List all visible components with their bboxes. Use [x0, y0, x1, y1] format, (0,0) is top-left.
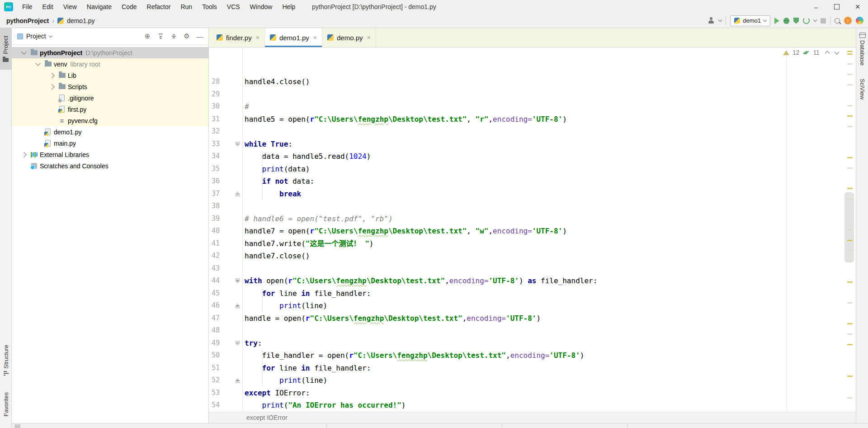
- menu-tools[interactable]: Tools: [197, 0, 222, 14]
- code-line-39[interactable]: # handle6 = open("test.pdf", "rb"): [245, 213, 597, 225]
- editor-area[interactable]: finder.py×demo1.py×demo.py× 282930313233…: [209, 28, 856, 423]
- code-line-51[interactable]: for line in file_handler:: [245, 362, 597, 375]
- menu-refactor[interactable]: Refactor: [142, 0, 176, 14]
- tree-expand-icon[interactable]: [19, 153, 29, 157]
- tool-stripe-project[interactable]: Project: [0, 28, 11, 70]
- code-line-42[interactable]: handle7.close(): [245, 250, 597, 262]
- code-line-33[interactable]: while True:: [245, 138, 597, 151]
- fold-start-icon[interactable]: [235, 142, 240, 147]
- tree-item-lib[interactable]: Lib: [12, 70, 208, 81]
- code-line-54[interactable]: print("An IOError has occurred!"): [245, 399, 597, 412]
- expand-all-icon[interactable]: [156, 33, 165, 39]
- code-line-47[interactable]: handle = open(r"C:\Users\fengzhp\Desktop…: [245, 312, 597, 325]
- code-line-34[interactable]: data = handle5.read(1024): [245, 150, 597, 163]
- user-account-icon[interactable]: [708, 17, 715, 24]
- code-line-31[interactable]: handle5 = open(r"C:\Users\fengzhp\Deskto…: [245, 113, 597, 126]
- code-line-53[interactable]: except IOError:: [245, 387, 597, 399]
- project-panel-title[interactable]: Project: [26, 33, 46, 40]
- breadcrumb-project[interactable]: pythonProject: [6, 17, 49, 24]
- tree-item-external-libraries[interactable]: External Libraries: [12, 149, 208, 160]
- tab-demo1.py[interactable]: demo1.py×: [265, 28, 322, 47]
- menu-view[interactable]: View: [58, 0, 82, 14]
- menu-run[interactable]: Run: [175, 0, 197, 14]
- update-available-icon[interactable]: ↑: [844, 17, 852, 24]
- code-line-43[interactable]: [245, 262, 597, 275]
- minimize-button[interactable]: –: [806, 0, 826, 14]
- chevron-down-icon[interactable]: [48, 33, 52, 37]
- code-line-37[interactable]: break: [245, 188, 597, 200]
- tree-item-first-py[interactable]: first.py: [12, 104, 208, 115]
- fold-end-icon[interactable]: [235, 303, 240, 309]
- debug-button[interactable]: [783, 18, 789, 24]
- code-line-35[interactable]: print(data): [245, 163, 597, 176]
- menu-code[interactable]: Code: [117, 0, 142, 14]
- close-tab-icon[interactable]: ×: [256, 34, 259, 41]
- code-line-45[interactable]: for line in file_handler:: [245, 287, 597, 300]
- profiler-button[interactable]: [803, 17, 810, 24]
- code-line-44[interactable]: with open(r"C:\Users\fengzhp\Desktop\tes…: [245, 275, 597, 287]
- maximize-button[interactable]: [826, 0, 847, 14]
- close-tab-icon[interactable]: ×: [313, 34, 317, 41]
- code-line-41[interactable]: handle7.write("这是一个测试！ "): [245, 238, 597, 250]
- tree-item-pythonproject[interactable]: pythonProjectD:\pythonProject: [12, 47, 208, 58]
- menu-edit[interactable]: Edit: [38, 0, 58, 14]
- tree-expand-icon[interactable]: [33, 63, 43, 65]
- hide-panel-icon[interactable]: ―: [195, 33, 205, 40]
- code-line-38[interactable]: [245, 200, 597, 213]
- code-line-29[interactable]: [245, 88, 597, 101]
- tree-item-demo1-py[interactable]: demo1.py: [12, 126, 208, 138]
- tab-finder.py[interactable]: finder.py×: [212, 28, 265, 47]
- run-with-coverage-button[interactable]: [793, 18, 799, 24]
- inspections-widget[interactable]: 12 ✔✔ 11: [783, 49, 839, 56]
- code-line-49[interactable]: try:: [245, 337, 597, 350]
- tree-item-pyvenv-cfg[interactable]: ≡pyvenv.cfg: [12, 115, 208, 126]
- chevron-down-icon[interactable]: [718, 18, 722, 22]
- tool-stripe-database[interactable]: Database: [856, 33, 868, 66]
- tree-item-venv[interactable]: venvlibrary root: [12, 58, 208, 70]
- tool-stripe-structure[interactable]: Structure: [0, 345, 12, 376]
- code-line-28[interactable]: handle4.close(): [245, 76, 597, 88]
- chevron-down-icon[interactable]: [813, 18, 817, 22]
- tab-demo.py[interactable]: demo.py×: [322, 28, 376, 47]
- tree-expand-icon[interactable]: [47, 85, 57, 89]
- code-line-30[interactable]: #: [245, 100, 597, 113]
- locate-file-icon[interactable]: ⊕: [142, 32, 152, 40]
- code-content[interactable]: handle4.close()#handle5 = open(r"C:\User…: [245, 76, 597, 428]
- prev-problem-icon[interactable]: [825, 51, 830, 56]
- code-line-46[interactable]: print(line): [245, 300, 597, 312]
- code-line-48[interactable]: [245, 324, 597, 337]
- breadcrumb-file[interactable]: demo1.py: [67, 17, 94, 24]
- menu-help[interactable]: Help: [277, 0, 300, 14]
- fold-end-icon[interactable]: [235, 378, 240, 383]
- fold-start-icon[interactable]: [235, 278, 240, 284]
- code-line-32[interactable]: [245, 125, 597, 138]
- close-button[interactable]: ×: [847, 0, 868, 14]
- tool-stripe-sciview[interactable]: SciView: [856, 79, 868, 100]
- code-line-36[interactable]: if not data:: [245, 175, 597, 188]
- tree-item--gitignore[interactable]: .gitignore: [12, 92, 208, 104]
- close-tab-icon[interactable]: ×: [367, 34, 371, 41]
- code-with-me-icon[interactable]: [856, 17, 863, 24]
- collapse-all-icon[interactable]: [169, 33, 179, 39]
- menu-vcs[interactable]: VCS: [222, 0, 245, 14]
- tree-item-scripts[interactable]: Scripts: [12, 81, 208, 92]
- fold-start-icon[interactable]: [235, 341, 240, 346]
- menu-file[interactable]: File: [17, 0, 38, 14]
- code-line-52[interactable]: print(line): [245, 374, 597, 387]
- fold-end-icon[interactable]: [235, 191, 240, 197]
- menu-window[interactable]: Window: [245, 0, 278, 14]
- code-line-50[interactable]: file_handler = open(r"C:\Users\fengzhp\D…: [245, 349, 597, 362]
- menu-navigate[interactable]: Navigate: [82, 0, 117, 14]
- tree-item-scratches-and-consoles[interactable]: Scratches and Consoles: [12, 160, 208, 171]
- tree-item-main-py[interactable]: main.py: [12, 138, 208, 149]
- search-everywhere-icon[interactable]: [835, 18, 840, 24]
- settings-gear-icon[interactable]: ⚙: [182, 32, 192, 40]
- editor-scrollbar-thumb[interactable]: [844, 192, 854, 262]
- tree-expand-icon[interactable]: [19, 52, 29, 54]
- code-line-40[interactable]: handle7 = open(r"C:\Users\fengzhp\Deskto…: [245, 225, 597, 238]
- tool-window-switcher-icon[interactable]: [14, 424, 20, 428]
- run-button[interactable]: [774, 18, 779, 24]
- tree-expand-icon[interactable]: [47, 74, 57, 77]
- next-problem-icon[interactable]: [834, 49, 839, 54]
- tool-stripe-favorites[interactable]: Favorites: [0, 392, 12, 416]
